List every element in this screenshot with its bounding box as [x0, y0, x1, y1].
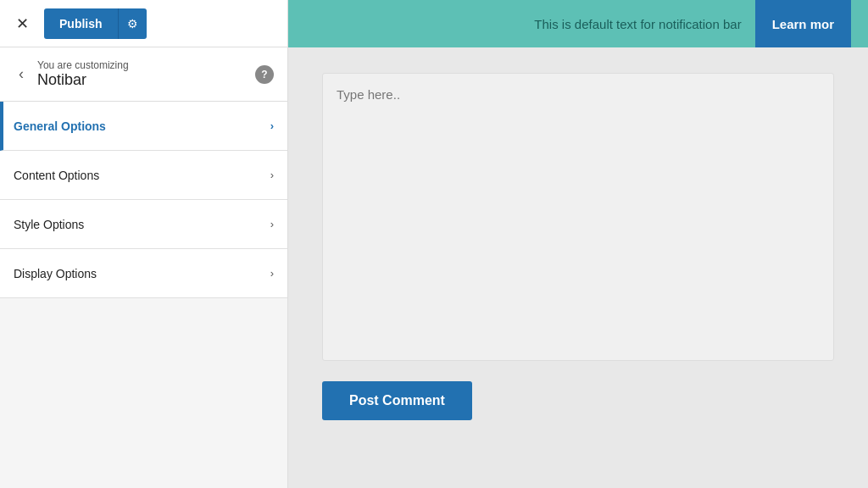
gear-icon: ⚙	[127, 17, 138, 30]
back-button[interactable]: ‹	[14, 62, 29, 86]
close-icon: ✕	[16, 14, 29, 33]
learn-more-button[interactable]: Learn mor	[755, 0, 851, 47]
chevron-icon: ›	[270, 218, 274, 230]
menu-list: General Options › Content Options › Styl…	[0, 102, 287, 298]
sidebar: ✕ Publish ⚙ ‹ You are customizing Notiba…	[0, 0, 288, 488]
customizing-label: You are customizing	[37, 59, 247, 71]
chevron-icon: ›	[270, 169, 274, 181]
comment-textarea[interactable]	[322, 73, 834, 361]
menu-item-content-options[interactable]: Content Options ›	[0, 151, 287, 200]
menu-item-label: General Options	[14, 119, 106, 133]
publish-button[interactable]: Publish	[44, 8, 118, 39]
back-icon: ‹	[19, 65, 24, 83]
customizing-name: Notibar	[37, 71, 247, 89]
notification-bar: This is default text for notification ba…	[288, 0, 868, 47]
chevron-icon: ›	[270, 267, 274, 280]
sidebar-header: ‹ You are customizing Notibar ?	[0, 47, 287, 102]
menu-item-style-options[interactable]: Style Options ›	[0, 200, 287, 249]
notification-text: This is default text for notification ba…	[305, 17, 755, 31]
sidebar-top-bar: ✕ Publish ⚙	[0, 0, 287, 47]
menu-item-general-options[interactable]: General Options ›	[0, 102, 287, 151]
menu-item-label: Style Options	[14, 218, 84, 231]
post-comment-button[interactable]: Post Comment	[322, 381, 472, 420]
close-button[interactable]: ✕	[7, 8, 37, 39]
gear-button[interactable]: ⚙	[118, 8, 147, 39]
menu-item-label: Display Options	[14, 267, 97, 280]
menu-item-label: Content Options	[14, 169, 99, 182]
main-content: This is default text for notification ba…	[288, 0, 868, 488]
content-area: Post Comment	[288, 47, 868, 488]
publish-button-group: Publish ⚙	[44, 8, 147, 39]
customizing-info: You are customizing Notibar	[37, 59, 247, 89]
help-icon[interactable]: ?	[255, 65, 274, 84]
menu-item-display-options[interactable]: Display Options ›	[0, 249, 287, 298]
chevron-icon: ›	[270, 119, 274, 132]
